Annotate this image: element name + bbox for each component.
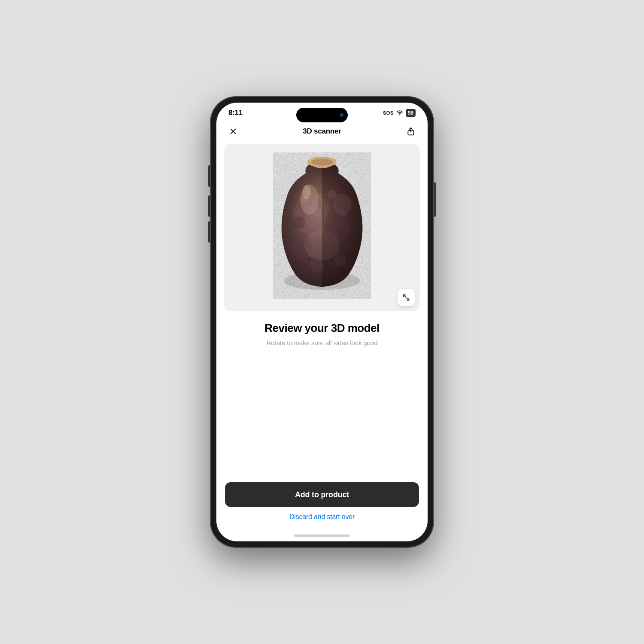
- status-icons: SOS 98: [383, 109, 416, 117]
- phone-frame: 8:11 SOS 98: [210, 97, 434, 547]
- content-area: Review your 3D model Rotate to make sure…: [216, 311, 428, 482]
- svg-point-17: [308, 231, 316, 239]
- vase-model: [224, 144, 420, 311]
- share-button[interactable]: [404, 124, 418, 139]
- battery-icon: 98: [406, 109, 416, 117]
- svg-point-13: [293, 216, 305, 228]
- svg-point-15: [310, 258, 324, 273]
- home-indicator: [216, 529, 428, 541]
- svg-point-19: [301, 196, 308, 204]
- model-viewer[interactable]: [224, 144, 420, 311]
- app-header: 3D scanner: [216, 121, 428, 144]
- close-button[interactable]: [226, 124, 240, 139]
- phone-screen: 8:11 SOS 98: [216, 103, 428, 541]
- svg-point-5: [311, 158, 333, 166]
- status-bar: 8:11 SOS 98: [216, 103, 428, 121]
- status-time: 8:11: [228, 109, 243, 117]
- svg-point-16: [328, 190, 337, 199]
- home-bar: [294, 535, 350, 537]
- add-to-product-button[interactable]: Add to product: [225, 482, 419, 507]
- wifi-icon: [396, 110, 403, 115]
- discard-link[interactable]: Discard and start over: [289, 513, 355, 521]
- model-review-subtitle: Rotate to make sure all sides look good: [227, 339, 417, 346]
- dynamic-island: [296, 108, 348, 122]
- battery-level: 98: [408, 110, 413, 116]
- expand-button[interactable]: [398, 289, 415, 306]
- svg-point-14: [340, 228, 350, 238]
- sos-label: SOS: [383, 110, 394, 115]
- model-review-title: Review your 3D model: [227, 322, 417, 335]
- di-dot: [340, 113, 343, 117]
- svg-point-18: [334, 255, 345, 266]
- app-title: 3D scanner: [303, 127, 341, 136]
- bottom-actions: Add to product Discard and start over: [216, 482, 428, 529]
